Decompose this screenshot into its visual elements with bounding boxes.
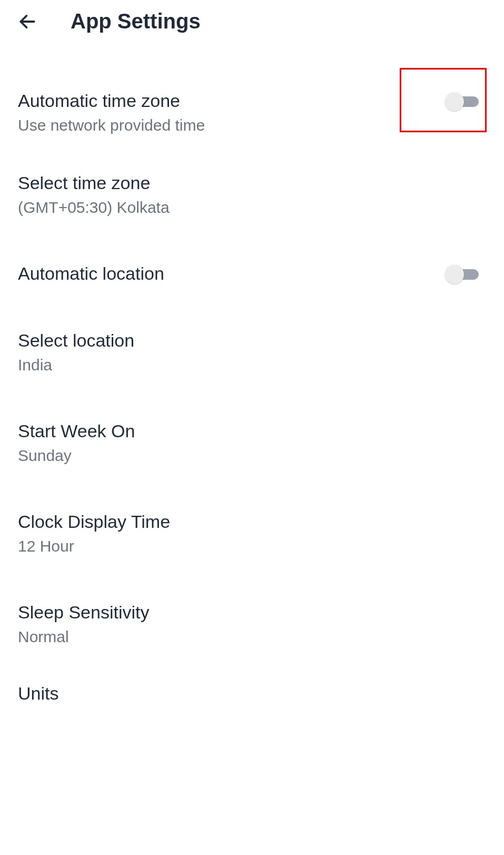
setting-text: Clock Display Time 12 Hour xyxy=(18,510,170,557)
setting-select-time-zone[interactable]: Select time zone (GMT+05:30) Kolkata xyxy=(18,158,486,248)
setting-sublabel: India xyxy=(18,354,134,376)
setting-text: Units xyxy=(18,682,58,705)
setting-automatic-location[interactable]: Automatic location xyxy=(18,248,486,315)
setting-label: Select location xyxy=(18,329,134,352)
header: App Settings xyxy=(0,0,504,44)
setting-text: Select location India xyxy=(18,329,134,376)
setting-text: Automatic location xyxy=(18,262,164,285)
setting-sublabel: Sunday xyxy=(18,445,135,467)
setting-label: Units xyxy=(18,682,58,705)
setting-sublabel: Use network provided time xyxy=(18,114,205,136)
setting-sublabel: 12 Hour xyxy=(18,535,170,557)
toggle-container xyxy=(447,265,481,284)
setting-automatic-time-zone[interactable]: Automatic time zone Use network provided… xyxy=(18,75,486,158)
settings-list: Automatic time zone Use network provided… xyxy=(0,44,504,726)
setting-clock-display-time[interactable]: Clock Display Time 12 Hour xyxy=(18,496,486,587)
setting-label: Automatic location xyxy=(18,262,164,285)
toggle-thumb xyxy=(445,92,464,111)
automatic-location-toggle[interactable] xyxy=(447,265,481,284)
setting-label: Automatic time zone xyxy=(18,89,205,112)
setting-sublabel: Normal xyxy=(18,626,149,648)
toggle-container xyxy=(447,92,481,111)
setting-units[interactable]: Units xyxy=(18,669,486,726)
setting-label: Select time zone xyxy=(18,171,170,194)
setting-text: Start Week On Sunday xyxy=(18,419,135,467)
page-title: App Settings xyxy=(71,9,201,33)
back-button[interactable] xyxy=(16,10,39,33)
setting-label: Sleep Sensitivity xyxy=(18,601,149,624)
setting-sleep-sensitivity[interactable]: Sleep Sensitivity Normal xyxy=(18,587,486,669)
setting-label: Clock Display Time xyxy=(18,510,170,533)
automatic-time-zone-toggle[interactable] xyxy=(447,92,481,111)
setting-text: Sleep Sensitivity Normal xyxy=(18,601,149,648)
setting-sublabel: (GMT+05:30) Kolkata xyxy=(18,196,170,219)
setting-text: Select time zone (GMT+05:30) Kolkata xyxy=(18,171,170,219)
setting-label: Start Week On xyxy=(18,419,135,443)
arrow-left-icon xyxy=(17,12,37,32)
setting-select-location[interactable]: Select location India xyxy=(18,315,486,406)
setting-text: Automatic time zone Use network provided… xyxy=(18,89,205,136)
toggle-thumb xyxy=(445,265,464,284)
setting-start-week-on[interactable]: Start Week On Sunday xyxy=(18,406,486,496)
